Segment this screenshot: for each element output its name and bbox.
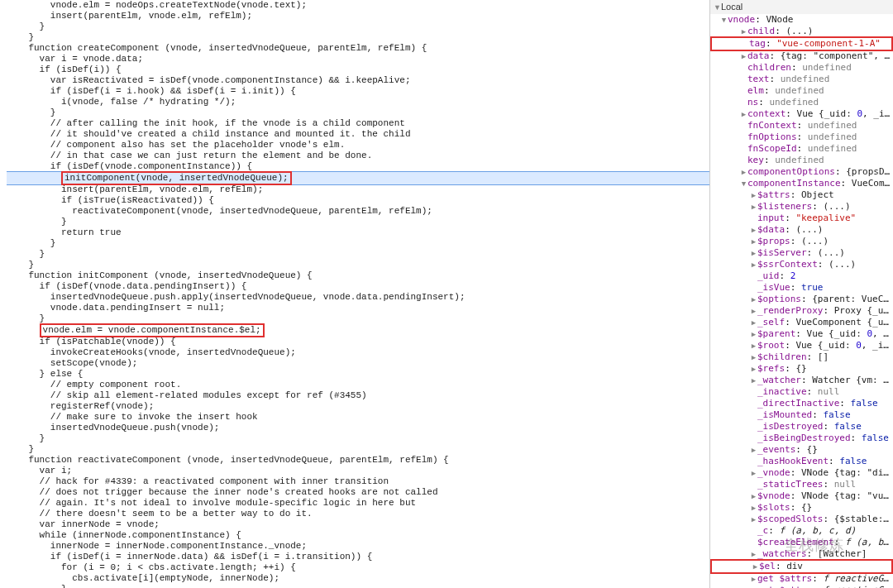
scope-property-children[interactable]: children: undefined	[710, 62, 893, 74]
scope-property-_isBeingDestroyed[interactable]: _isBeingDestroyed: false	[710, 433, 893, 444]
disclosure-triangle-icon[interactable]: ▼	[720, 14, 728, 26]
scope-property-_uid[interactable]: _uid: 2	[710, 270, 893, 282]
scope-header-label: Local	[721, 2, 743, 12]
disclosure-triangle-icon[interactable]: ▶	[740, 108, 747, 120]
scope-property-$parent[interactable]: ▶$parent: Vue {_uid: 0, _isV…	[710, 328, 893, 340]
scope-property-set $attrs[interactable]: ▶set $attrs: f reactiveSette…	[710, 585, 893, 588]
scope-property-key[interactable]: key: undefined	[710, 155, 893, 166]
scope-property-$el[interactable]: ▶$el: div	[710, 559, 893, 574]
scope-section-header[interactable]: ▼Local	[710, 0, 893, 14]
disclosure-triangle-icon[interactable]: ▶	[750, 444, 757, 456]
scope-property-_watcher[interactable]: ▶_watcher: Watcher {vm: VueC…	[710, 375, 893, 386]
scope-property-_watchers[interactable]: ▶_watchers: [Watcher]	[710, 548, 893, 560]
scope-property-tag[interactable]: tag: "vue-component-1-A"	[710, 36, 893, 51]
disclosure-triangle-icon[interactable]: ▶	[740, 166, 747, 178]
disclosure-triangle-icon[interactable]: ▶	[750, 328, 757, 340]
scope-property-$createElement[interactable]: $createElement: f (a, b, c, d…	[710, 537, 893, 548]
scope-property-_directInactive[interactable]: _directInactive: false	[710, 398, 893, 409]
scope-property-$options[interactable]: ▶$options: {parent: VueCompo…	[710, 294, 893, 305]
scope-property-text[interactable]: text: undefined	[710, 74, 893, 85]
scope-property-input[interactable]: input: "keepalive"	[710, 213, 893, 224]
disclosure-triangle-icon[interactable]: ▼	[740, 178, 747, 189]
scope-property-_renderProxy[interactable]: ▶_renderProxy: Proxy {_uid:…	[710, 305, 893, 317]
scope-property-$attrs[interactable]: ▶$attrs: Object	[710, 189, 893, 201]
scope-property-$ssrContext[interactable]: ▶$ssrContext: (...)	[710, 259, 893, 270]
scope-property-_inactive[interactable]: _inactive: null	[710, 386, 893, 398]
scope-property-_isDestroyed[interactable]: _isDestroyed: false	[710, 421, 893, 433]
disclosure-triangle-icon[interactable]: ▶	[750, 490, 757, 502]
scope-property-$slots[interactable]: ▶$slots: {}	[710, 502, 893, 514]
disclosure-triangle-icon[interactable]: ▶	[750, 502, 757, 514]
scope-property-elm[interactable]: elm: undefined	[710, 85, 893, 97]
scope-variables-panel[interactable]: ▼Local ▼vnode: VNode ▶child: (...)tag: "…	[709, 0, 893, 588]
disclosure-triangle-icon[interactable]: ▶	[750, 317, 757, 328]
scope-property-_isMounted[interactable]: _isMounted: false	[710, 409, 893, 421]
scope-property-componentInstance[interactable]: ▼componentInstance: VueCompone…	[710, 178, 893, 189]
scope-property-_events[interactable]: ▶_events: {}	[710, 444, 893, 456]
scope-property-ns[interactable]: ns: undefined	[710, 97, 893, 108]
code-editor-panel[interactable]: vnode.elm = nodeOps.createTextNode(vnode…	[0, 0, 709, 588]
source-code: vnode.elm = nodeOps.createTextNode(vnode…	[0, 0, 709, 588]
disclosure-triangle-icon[interactable]: ▶	[750, 189, 757, 201]
disclosure-triangle-icon[interactable]: ▶	[750, 548, 757, 560]
disclosure-triangle-icon[interactable]: ▼	[714, 2, 721, 13]
scope-property-$props[interactable]: ▶$props: (...)	[710, 236, 893, 247]
scope-property-$listeners[interactable]: ▶$listeners: (...)	[710, 201, 893, 213]
disclosure-triangle-icon[interactable]: ▶	[750, 259, 757, 270]
scope-property-$root[interactable]: ▶$root: Vue {_uid: 0, _isVu…	[710, 340, 893, 351]
scope-property-_hasHookEvent[interactable]: _hasHookEvent: false	[710, 456, 893, 467]
scope-property-get $attrs[interactable]: ▶get $attrs: f reactiveGette…	[710, 573, 893, 585]
scope-property-_vnode[interactable]: ▶_vnode: VNode {tag: "div", …	[710, 467, 893, 479]
disclosure-triangle-icon[interactable]: ▶	[750, 467, 757, 479]
scope-value: VNode	[766, 14, 793, 25]
disclosure-triangle-icon[interactable]: ▶	[740, 26, 747, 37]
disclosure-triangle-icon[interactable]: ▶	[750, 305, 757, 317]
scope-variable-vnode[interactable]: ▼vnode: VNode	[710, 14, 893, 26]
disclosure-triangle-icon[interactable]: ▶	[750, 351, 757, 363]
scope-property-data[interactable]: ▶data: {tag: "component", on: …	[710, 50, 893, 62]
disclosure-triangle-icon[interactable]: ▶	[750, 363, 757, 375]
scope-property-_self[interactable]: ▶_self: VueComponent {_uid: …	[710, 317, 893, 328]
scope-property-child[interactable]: ▶child: (...)	[710, 26, 893, 37]
disclosure-triangle-icon[interactable]: ▶	[750, 224, 757, 236]
disclosure-triangle-icon[interactable]: ▶	[750, 514, 757, 525]
disclosure-triangle-icon[interactable]: ▶	[752, 561, 759, 572]
scope-property-fnOptions[interactable]: fnOptions: undefined	[710, 131, 893, 143]
disclosure-triangle-icon[interactable]: ▶	[750, 247, 757, 259]
scope-property-_c[interactable]: _c: f (a, b, c, d)	[710, 525, 893, 537]
scope-property-componentOptions[interactable]: ▶componentOptions: {propsData:…	[710, 166, 893, 178]
disclosure-triangle-icon[interactable]: ▶	[750, 294, 757, 305]
disclosure-triangle-icon[interactable]: ▶	[740, 50, 747, 62]
scope-property-_isVue[interactable]: _isVue: true	[710, 282, 893, 294]
scope-property-$vnode[interactable]: ▶$vnode: VNode {tag: "vue-co…	[710, 490, 893, 502]
disclosure-triangle-icon[interactable]: ▶	[750, 573, 757, 585]
disclosure-triangle-icon[interactable]: ▶	[750, 340, 757, 351]
scope-property-fnContext[interactable]: fnContext: undefined	[710, 120, 893, 131]
disclosure-triangle-icon[interactable]: ▶	[750, 585, 757, 588]
scope-property-$isServer[interactable]: ▶$isServer: (...)	[710, 247, 893, 259]
scope-property-$data[interactable]: ▶$data: (...)	[710, 224, 893, 236]
disclosure-triangle-icon[interactable]: ▶	[750, 236, 757, 247]
scope-property-$children[interactable]: ▶$children: []	[710, 351, 893, 363]
scope-property-_staticTrees[interactable]: _staticTrees: null	[710, 479, 893, 490]
scope-property-fnScopeId[interactable]: fnScopeId: undefined	[710, 143, 893, 155]
disclosure-triangle-icon[interactable]: ▶	[750, 375, 757, 386]
scope-property-context[interactable]: ▶context: Vue {_uid: 0, _isVue…	[710, 108, 893, 120]
scope-property-$scopedSlots[interactable]: ▶$scopedSlots: {$stable: tru…	[710, 514, 893, 525]
disclosure-triangle-icon[interactable]: ▶	[750, 201, 757, 213]
scope-property-$refs[interactable]: ▶$refs: {}	[710, 363, 893, 375]
